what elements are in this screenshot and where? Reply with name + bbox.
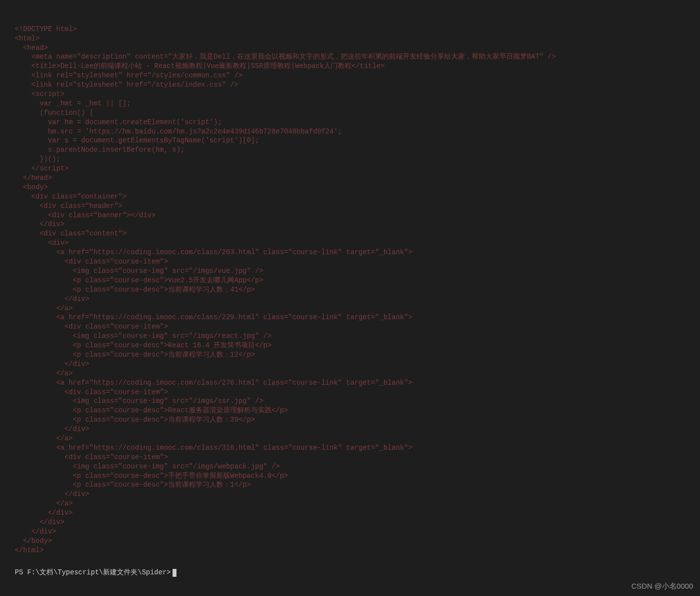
watermark: CSDN @小名0000 [631,581,693,591]
code-content: <!DOCTYPE html><html> <head> <meta name=… [15,25,700,555]
terminal-panel[interactable]: PS F:\文档\Typescript\新建文件夹\Spider> [0,564,700,577]
terminal-prompt: PS F:\文档\Typescript\新建文件夹\Spider> [15,568,171,577]
code-editor[interactable]: <!DOCTYPE html><html> <head> <meta name=… [0,0,700,564]
terminal-cursor [173,569,176,577]
